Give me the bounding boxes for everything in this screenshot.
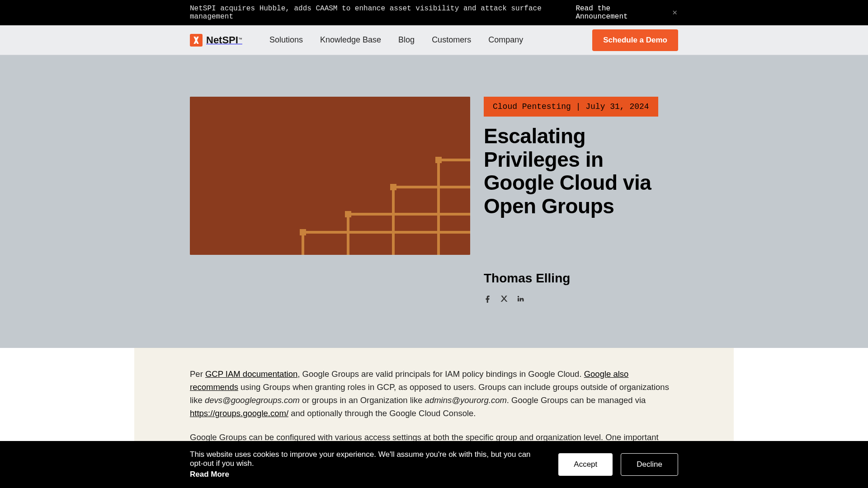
nav-item-knowledge-base[interactable]: Knowledge Base — [320, 35, 381, 45]
brand-logo[interactable]: NetSPI™ — [190, 34, 242, 47]
announcement-text: NetSPI acquires Hubble, adds CAASM to en… — [190, 5, 576, 21]
cookie-read-more-link[interactable]: Read More — [190, 470, 533, 479]
logo-icon — [190, 34, 203, 47]
nav-item-customers[interactable]: Customers — [432, 35, 471, 45]
linkedin-icon[interactable] — [516, 295, 524, 305]
cookie-accept-button[interactable]: Accept — [558, 453, 613, 476]
announcement-bar: NetSPI acquires Hubble, adds CAASM to en… — [0, 0, 868, 25]
cookie-banner: This website uses cookies to improve you… — [0, 441, 868, 488]
facebook-icon[interactable] — [484, 295, 492, 305]
link-groups-google[interactable]: https://groups.google.com/ — [190, 408, 288, 418]
post-author: Thomas Elling — [484, 271, 678, 286]
close-icon[interactable]: ✕ — [672, 9, 677, 17]
main-nav: NetSPI™ Solutions Knowledge Base Blog Cu… — [0, 25, 868, 55]
svg-rect-3 — [390, 184, 396, 190]
svg-rect-1 — [300, 229, 306, 235]
post-category: Cloud Pentesting — [493, 102, 571, 111]
share-row — [484, 295, 678, 305]
cookie-decline-button[interactable]: Decline — [621, 453, 678, 476]
svg-rect-4 — [435, 157, 442, 163]
hero-graphic — [190, 97, 470, 255]
brand-name: NetSPI™ — [206, 34, 242, 46]
hero-section: Cloud Pentesting | July 31, 2024 Escalat… — [0, 55, 868, 348]
post-date: July 31, 2024 — [585, 102, 649, 111]
post-category-tag: Cloud Pentesting | July 31, 2024 — [484, 97, 658, 117]
nav-item-company[interactable]: Company — [488, 35, 523, 45]
schedule-demo-button[interactable]: Schedule a Demo — [592, 29, 678, 51]
nav-item-solutions[interactable]: Solutions — [269, 35, 303, 45]
announcement-link[interactable]: Read the Announcement — [576, 5, 663, 21]
nav-links: Solutions Knowledge Base Blog Customers … — [269, 35, 523, 45]
x-twitter-icon[interactable] — [500, 295, 508, 305]
cookie-text: This website uses cookies to improve you… — [190, 450, 531, 468]
paragraph-1: Per GCP IAM documentation, Google Groups… — [190, 368, 678, 420]
svg-rect-2 — [345, 211, 351, 217]
post-title: Escalating Privileges in Google Cloud vi… — [484, 125, 678, 218]
link-gcp-iam-doc[interactable]: GCP IAM documentation — [205, 369, 297, 379]
nav-item-blog[interactable]: Blog — [398, 35, 415, 45]
